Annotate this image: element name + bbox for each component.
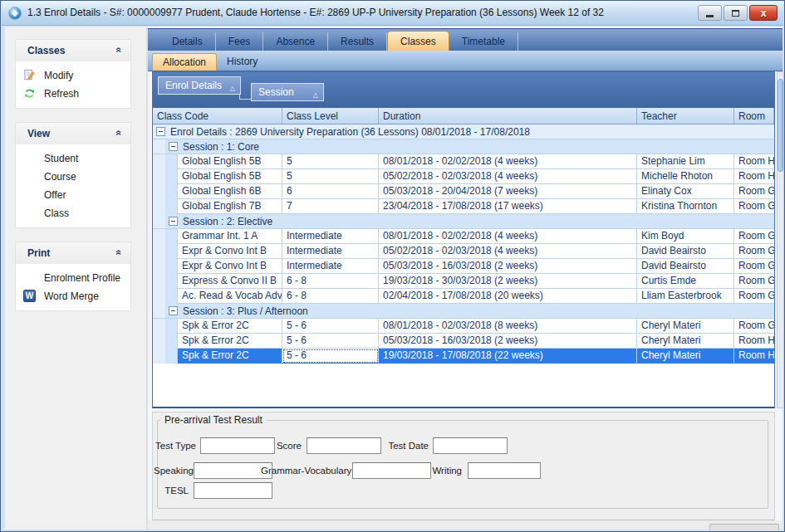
cell-duration[interactable]: 08/01/2018 - 02/03/2018 (8 weeks) [379,319,637,334]
cell-class-level[interactable]: 6 [282,184,379,199]
tab-fees[interactable]: Fees [216,32,264,51]
scrollbar-thumb[interactable] [778,79,783,172]
cell-class-level[interactable]: 5 - 6 [282,349,379,364]
cell-duration[interactable]: 19/03/2018 - 30/03/2018 (2 weeks) [379,274,637,289]
cell-class-code[interactable]: Expr & Convo Int B [178,244,282,259]
cell-class-level[interactable]: Intermediate [282,259,379,274]
cell-class-code[interactable]: Global English 5B [178,154,282,169]
class-row[interactable]: Spk & Error 2C5 - 605/03/2018 - 16/03/20… [153,334,774,349]
class-row[interactable]: Global English 7B723/04/2018 - 17/08/201… [153,199,774,214]
input-writing[interactable] [468,462,541,479]
column-header-room[interactable]: Room [734,108,774,124]
cell-teacher[interactable]: Kristina Thornton [637,199,734,214]
input-tesl[interactable] [194,482,272,499]
cell-class-level[interactable]: 6 - 8 [282,289,379,304]
sidebar-item-refresh[interactable]: Refresh [16,85,130,103]
input-test-date[interactable] [433,437,508,454]
cell-duration[interactable]: 08/01/2018 - 02/02/2018 (4 weeks) [379,229,637,244]
subtab-allocation[interactable]: Allocation [152,53,217,71]
group-button-session[interactable]: Session [251,83,324,101]
cell-room[interactable]: Room H - [734,349,774,364]
partial-button[interactable] [709,524,779,530]
cell-class-level[interactable]: 6 - 8 [282,274,379,289]
group-row-enrol-details[interactable]: Enrol Details : 2869 University Preparat… [153,124,774,139]
class-row[interactable]: Expr & Convo Int BIntermediate05/02/2018… [153,244,774,259]
sidebar-item-word-merge[interactable]: WWord Merge [16,287,130,305]
cell-teacher[interactable]: Curtis Emde [637,274,734,289]
cell-teacher[interactable]: Kim Boyd [637,229,734,244]
sidebar-item-offer[interactable]: Offer [16,186,130,204]
sidebar-item-modify[interactable]: Modify [16,66,130,85]
cell-room[interactable]: Room H - [734,334,774,349]
collapse-minus-icon[interactable] [156,127,165,136]
cell-teacher[interactable]: Stephanie Lim [637,154,734,169]
cell-room[interactable]: Room G - [734,319,774,334]
cell-class-level[interactable]: 5 - 6 [282,334,379,349]
class-row[interactable]: Grammar Int. 1 AIntermediate08/01/2018 -… [153,229,774,244]
cell-room[interactable]: Room G - [734,184,774,199]
sidebar-section-header-print[interactable]: Print [16,242,130,264]
cell-teacher[interactable]: David Beairsto [637,244,734,259]
tab-details[interactable]: Details [159,32,216,51]
cell-duration[interactable]: 05/02/2018 - 02/03/2018 (4 weeks) [379,244,637,259]
grid-vertical-scrollbar[interactable] [777,71,784,408]
tab-classes[interactable]: Classes [387,31,449,51]
cell-class-level[interactable]: Intermediate [282,244,379,259]
session-group-row[interactable]: Session : 1: Core [153,139,774,154]
cell-duration[interactable]: 05/03/2018 - 20/04/2018 (7 weeks) [379,184,637,199]
group-button-enrol-details[interactable]: Enrol Details [158,76,241,95]
cell-room[interactable]: Room G - [734,259,774,274]
column-header-class-code[interactable]: Class Code [153,108,282,124]
maximize-button[interactable] [724,5,748,21]
cell-class-level[interactable]: Intermediate [282,229,379,244]
input-grammar-vocabulary[interactable] [352,462,431,479]
cell-room[interactable]: Room G - [734,289,774,304]
column-header-class-level[interactable]: Class Level [282,108,379,124]
cell-duration[interactable]: 05/03/2018 - 16/03/2018 (2 weeks) [379,259,637,274]
class-row[interactable]: Spk & Error 2C5 - 608/01/2018 - 02/03/20… [153,319,774,334]
cell-teacher[interactable]: Michelle Rhoton [637,169,734,184]
sidebar-section-header-view[interactable]: View [16,123,130,144]
tab-absence[interactable]: Absence [263,32,328,51]
class-row[interactable]: Global English 5B505/02/2018 - 02/03/201… [153,169,774,184]
session-group-row[interactable]: Session : 2: Elective [153,214,774,229]
tab-results[interactable]: Results [328,32,387,51]
cell-duration[interactable]: 08/01/2018 - 02/02/2018 (4 weeks) [379,154,637,169]
class-row[interactable]: Global English 5B508/01/2018 - 02/02/201… [153,154,774,169]
cell-duration[interactable]: 02/04/2018 - 17/08/2018 (20 weeks) [379,289,637,304]
cell-class-code[interactable]: Global English 5B [178,169,282,184]
cell-teacher[interactable]: Elinaty Cox [637,184,734,199]
cell-duration[interactable]: 05/03/2018 - 16/03/2018 (2 weeks) [379,334,637,349]
cell-teacher[interactable]: Lliam Easterbrook [637,289,734,304]
cell-class-code[interactable]: Global English 6B [178,184,282,199]
session-group-row[interactable]: Session : 3: Plus / Afternoon [153,304,774,319]
cell-class-code[interactable]: Global English 7B [178,199,282,214]
class-row[interactable]: Express & Convo II B6 - 819/03/2018 - 30… [153,274,774,289]
input-score[interactable] [307,437,381,454]
cell-class-code[interactable]: Spk & Error 2C [178,319,282,334]
cell-teacher[interactable]: Cheryl Materi [637,319,734,334]
cell-class-code[interactable]: Spk & Error 2C [178,349,282,364]
column-header-teacher[interactable]: Teacher [637,108,734,124]
column-header-duration[interactable]: Duration [379,108,637,124]
cell-class-code[interactable]: Ac. Read & Vocab Adv [178,289,282,304]
cell-duration[interactable]: 19/03/2018 - 17/08/2018 (22 weeks) [379,349,637,364]
subtab-history[interactable]: History [217,53,267,71]
cell-teacher[interactable]: David Beairsto [637,259,734,274]
collapse-minus-icon[interactable] [169,306,178,315]
cell-class-code[interactable]: Spk & Error 2C [178,334,282,349]
class-row[interactable]: Expr & Convo Int BIntermediate05/03/2018… [153,259,774,274]
cell-teacher[interactable]: Cheryl Materi [637,349,734,364]
tab-timetable[interactable]: Timetable [449,32,518,51]
cell-room[interactable]: Room G - [734,229,774,244]
sidebar-item-student[interactable]: Student [16,149,130,168]
class-row[interactable]: Ac. Read & Vocab Adv6 - 802/04/2018 - 17… [153,289,774,304]
close-button[interactable] [749,5,778,21]
sidebar-item-class[interactable]: Class [16,204,130,222]
cell-class-level[interactable]: 5 - 6 [282,319,379,334]
cell-room[interactable]: Room H - [734,169,774,184]
minimize-button[interactable] [698,5,722,21]
cell-duration[interactable]: 05/02/2018 - 02/03/2018 (4 weeks) [379,169,637,184]
collapse-minus-icon[interactable] [169,217,178,226]
cell-room[interactable]: Room H - [734,154,774,169]
